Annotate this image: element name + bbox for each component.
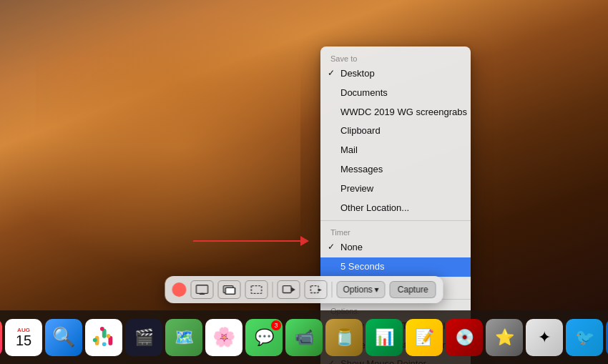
- dock-item-numbers[interactable]: 📊: [366, 319, 403, 356]
- desktop-background: [0, 0, 608, 364]
- dock-item-launchpad[interactable]: ✦: [526, 319, 563, 356]
- messages-badge: 3: [271, 320, 281, 330]
- menu-item-other[interactable]: Other Location...: [320, 199, 471, 218]
- capture-selection-button[interactable]: [245, 280, 268, 299]
- menu-item-desktop[interactable]: Desktop: [320, 64, 471, 84]
- dock-item-messages[interactable]: 💬 3: [245, 319, 283, 356]
- svg-marker-8: [291, 287, 295, 291]
- dock-item-taskheat[interactable]: 🔥: [0, 319, 2, 356]
- menu-item-none[interactable]: None: [320, 238, 471, 257]
- dock-item-claquette[interactable]: 🎬: [125, 319, 162, 356]
- save-to-label: Save to: [320, 50, 471, 64]
- dock-item-jar[interactable]: 🫙: [325, 319, 363, 356]
- toolbar-separator-2: [331, 282, 332, 297]
- svg-rect-4: [225, 287, 235, 294]
- timer-label: Timer: [320, 224, 471, 238]
- calendar-day: 15: [16, 333, 31, 348]
- dock-item-finder[interactable]: 🔍: [45, 319, 82, 356]
- capture-label-text: Capture: [398, 285, 428, 295]
- menu-item-wwdc[interactable]: WWDC 2019 WG screengrabs: [320, 103, 471, 122]
- capture-window-button[interactable]: [217, 280, 240, 299]
- svg-rect-6: [251, 286, 261, 294]
- menu-item-preview[interactable]: Preview: [320, 179, 471, 199]
- options-button[interactable]: Options ▾: [336, 281, 385, 298]
- svg-rect-14: [102, 342, 107, 346]
- svg-rect-9: [310, 286, 318, 293]
- screenshot-toolbar: ✕ Optio: [165, 276, 443, 303]
- arrow-line: [193, 240, 300, 242]
- capture-screen-button[interactable]: [190, 280, 213, 299]
- capture-button[interactable]: Capture: [390, 281, 436, 298]
- options-label-text: Options: [343, 285, 372, 295]
- chevron-down-icon: ▾: [375, 285, 379, 295]
- svg-rect-0: [196, 285, 207, 294]
- dock-item-photos[interactable]: 🌸: [205, 319, 242, 356]
- record-selection-button[interactable]: [304, 280, 327, 299]
- arrow-indicator: [193, 236, 309, 246]
- close-button[interactable]: ✕: [172, 282, 186, 297]
- svg-rect-7: [283, 286, 291, 293]
- dock-item-maps[interactable]: 🗺️: [165, 319, 202, 356]
- menu-item-clipboard[interactable]: Clipboard: [320, 122, 471, 141]
- dock-item-notes[interactable]: 📝: [406, 319, 443, 356]
- dock-item-slack[interactable]: [85, 319, 122, 356]
- calendar-display: AUG 15: [16, 328, 31, 348]
- svg-marker-10: [318, 288, 322, 292]
- separator-1: [320, 220, 471, 221]
- dock-item-calendar[interactable]: AUG 15: [5, 319, 42, 356]
- svg-point-17: [100, 326, 104, 330]
- menu-item-documents[interactable]: Documents: [320, 84, 471, 103]
- toolbar-separator-1: [272, 282, 273, 297]
- dock-item-facetime[interactable]: 📹: [285, 319, 323, 356]
- arrow-head: [300, 236, 309, 246]
- dock-item-instruments[interactable]: ⭐: [486, 319, 523, 356]
- svg-point-16: [93, 338, 97, 342]
- menu-item-mail[interactable]: Mail: [320, 141, 471, 160]
- dock: 🔥 AUG 15 🔍 🎬 🗺️ 🌸 💬 3 📹 🫙 📊 📝: [0, 310, 608, 364]
- record-screen-button[interactable]: [277, 280, 300, 299]
- menu-item-5sec[interactable]: 5 Seconds: [320, 257, 471, 277]
- dock-item-twitterrific[interactable]: 🐦: [566, 319, 603, 356]
- svg-point-15: [107, 333, 111, 338]
- menu-item-messages[interactable]: Messages: [320, 160, 471, 179]
- dock-item-dvd[interactable]: 💿: [446, 319, 483, 356]
